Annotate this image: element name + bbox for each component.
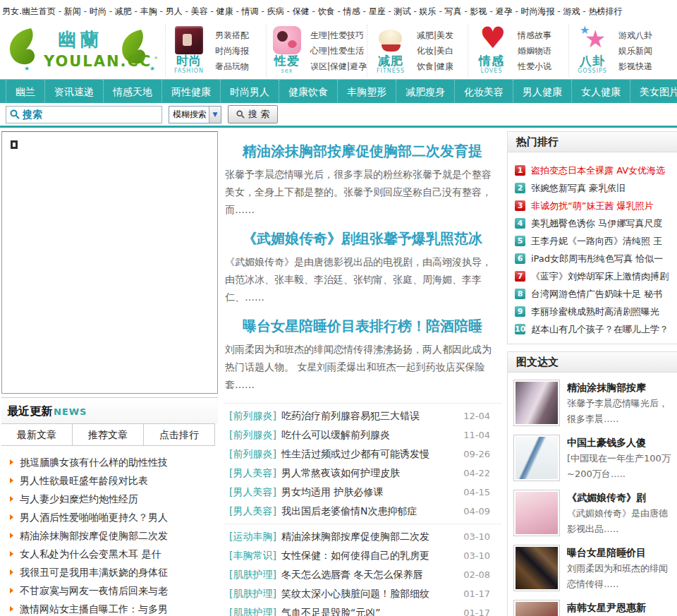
feature-headline-link[interactable]: 《武媚娘传奇》剧组张馨予爆乳照范冰 <box>243 230 482 247</box>
news-tab[interactable]: 点击排行 <box>144 423 215 445</box>
news-item-link[interactable]: 我很丑可是我用丰满妖娆的身体征 <box>20 563 168 581</box>
category-name[interactable]: 减肥 <box>370 54 411 68</box>
top-nav-link[interactable]: 测试 <box>394 6 411 16</box>
main-nav-item[interactable]: 资讯速递 <box>44 80 103 104</box>
pic-title-link[interactable]: 精油涂抹胸部按摩 <box>567 382 646 393</box>
category-link[interactable]: 娱乐新闻 <box>618 46 652 56</box>
article-title-link[interactable]: 吃什么可以缓解前列腺炎 <box>281 425 459 445</box>
article-title-link[interactable]: 我出国后老婆偷情N次患抑郁症 <box>281 502 459 521</box>
category-link[interactable]: 奢品玩物 <box>215 61 249 71</box>
chevron-down-icon[interactable]: ▼ <box>209 107 221 123</box>
article-category-link[interactable]: [男人美容] <box>229 502 276 521</box>
news-item-link[interactable]: 男人性欲最旺盛年龄段对比表 <box>20 471 148 490</box>
news-tab[interactable]: 推荐文章 <box>73 423 144 445</box>
main-nav-item[interactable]: 化妆美容 <box>454 80 513 104</box>
article-category-link[interactable]: [前列腺炎] <box>229 445 276 464</box>
article-title-link[interactable]: 男女均适用 护肤必修课 <box>281 483 459 502</box>
category-link[interactable]: 时尚海报 <box>215 46 249 56</box>
article-title-link[interactable]: 气血不足是毁脸“元凶” <box>281 603 459 616</box>
category-link[interactable]: 生理|性爱技巧 <box>310 30 364 40</box>
category-link[interactable]: 婚姻物语 <box>518 46 551 56</box>
pic-title-link[interactable]: 曝台女星陪睡价目 <box>567 547 646 558</box>
pic-title-link[interactable]: 《武媚娘传奇》剧 <box>567 492 646 503</box>
article-title-link[interactable]: 冬天怎么选唇膏 冬天怎么保养唇 <box>281 565 459 584</box>
top-nav-link[interactable]: 时尚 <box>90 6 106 16</box>
top-nav-link[interactable]: 娱乐 <box>420 6 437 16</box>
top-nav-link[interactable]: 情调 <box>242 6 259 16</box>
main-nav-item[interactable]: 美女图片 <box>630 80 677 104</box>
article-title-link[interactable]: 女性保健：如何使得自己的乳房更 <box>281 546 459 565</box>
article-category-link[interactable]: [男人美容] <box>229 464 276 483</box>
article-category-link[interactable]: [运动丰胸] <box>229 527 276 546</box>
top-nav-link[interactable]: 新闻 <box>64 6 81 16</box>
top-nav-link[interactable]: 男女.幽兰首页 <box>2 6 56 16</box>
news-tab[interactable]: 最新文章 <box>1 423 73 445</box>
feature-headline-link[interactable]: 精油涂抹胸部按摩促使胸部二次发育提 <box>243 143 482 159</box>
top-nav-link[interactable]: 减肥 <box>115 6 132 16</box>
news-item-link[interactable]: 激情网站女主播自曝工作：与多男 <box>20 600 168 616</box>
category-name[interactable]: 情感 <box>471 54 512 68</box>
top-nav-link[interactable]: 避孕 <box>496 6 513 16</box>
top-nav-link[interactable]: 游戏 <box>563 6 580 16</box>
top-nav-link[interactable]: 情感 <box>343 6 360 16</box>
thumbnail[interactable] <box>513 490 560 536</box>
main-nav-item[interactable]: 男人健康 <box>513 80 571 104</box>
main-nav-item[interactable]: 女人健康 <box>571 80 630 104</box>
news-item-link[interactable]: 不甘寂寞与网友一夜情后回来与老 <box>20 581 168 600</box>
makeup-icon[interactable] <box>273 26 301 54</box>
article-title-link[interactable]: 笑纹太深小心胰脏问题！脸部细纹 <box>281 584 459 603</box>
category-link[interactable]: 情感故事 <box>518 30 551 40</box>
article-category-link[interactable]: [前列腺炎] <box>229 406 276 425</box>
category-link[interactable]: 误区|保健|避孕 <box>310 61 367 71</box>
search-input[interactable] <box>23 109 146 120</box>
top-nav-link[interactable]: 健康 <box>216 6 233 16</box>
article-category-link[interactable]: [肌肤护理] <box>229 584 276 603</box>
category-link[interactable]: 影视快递 <box>618 61 652 71</box>
pic-title-link[interactable]: 中国土豪钱多人傻 <box>567 437 646 448</box>
article-category-link[interactable]: [肌肤护理] <box>229 565 276 584</box>
top-nav-link[interactable]: 时尚海报 <box>521 6 555 16</box>
site-logo[interactable]: 幽蘭 YOULAN.CC ★ ★ ★ <box>3 24 165 78</box>
rank-item-link[interactable]: 盗拍变态日本全裸露 AV女优海选 <box>531 164 665 177</box>
top-nav-link[interactable]: 星座 <box>369 6 386 16</box>
article-category-link[interactable]: [肌肤护理] <box>229 603 276 616</box>
category-name[interactable]: 性爱 <box>269 54 305 68</box>
top-nav-link[interactable]: 美容 <box>191 6 208 16</box>
top-nav-link[interactable]: 男人 <box>166 6 183 16</box>
rank-item-link[interactable]: 《蓝宇》刘烨胡军床上激情肉搏剧 <box>531 270 669 283</box>
feature-headline-link[interactable]: 曝台女星陪睡价目表排行榜！陪酒陪睡 <box>243 318 482 334</box>
rank-item-link[interactable]: 美乳翘臀色诱你 马伊娜写真尺度 <box>531 217 662 230</box>
search-mode-select[interactable]: 模糊搜索 ▼ <box>169 106 221 123</box>
article-category-link[interactable]: [男人美容] <box>229 483 276 502</box>
news-item-link[interactable]: 精油涂抹胸部按摩促使胸部二次发 <box>20 526 168 545</box>
main-nav-item[interactable]: 时尚男人 <box>220 80 279 104</box>
top-nav-link[interactable]: 写真 <box>445 6 462 16</box>
category-name[interactable]: 时尚 <box>169 54 209 68</box>
top-nav-link[interactable]: 饮食 <box>318 6 335 16</box>
news-item-link[interactable]: 与人妻少妇糜烂约炮性经历 <box>20 490 138 508</box>
main-nav-item[interactable]: 丰胸塑形 <box>337 80 396 104</box>
rank-item-link[interactable]: 王李丹妮《一路向西》清纯照 王 <box>531 235 662 248</box>
thumbnail[interactable] <box>513 545 560 591</box>
search-button[interactable]: 搜 索 <box>228 105 278 123</box>
article-title-link[interactable]: 精油涂抹胸部按摩促使胸部二次发 <box>281 527 459 546</box>
thumbnail[interactable] <box>513 380 560 426</box>
article-title-link[interactable]: 性生活过频或过少都有可能诱发慢 <box>281 445 459 464</box>
category-link[interactable]: 心理|性爱生活 <box>310 46 364 56</box>
category-link[interactable]: 饮食|健康 <box>417 61 453 71</box>
category-link[interactable]: 性爱小说 <box>518 61 551 71</box>
thumbnail[interactable] <box>513 435 560 481</box>
top-nav-link[interactable]: 影视 <box>470 6 487 16</box>
rank-item-link[interactable]: 赵本山有几个孩子？在哪儿上学？ <box>531 323 669 336</box>
star-icon[interactable] <box>578 26 606 54</box>
main-nav-item[interactable]: 两性健康 <box>161 80 220 104</box>
rank-item-link[interactable]: 李丽珍蜜桃成熟时高清剧照曝光 <box>531 306 659 318</box>
top-nav-link[interactable]: 疾病 <box>267 6 284 16</box>
category-name[interactable]: 八卦 <box>572 54 613 68</box>
cake-icon[interactable] <box>377 26 405 54</box>
thumbnail[interactable] <box>513 600 560 616</box>
pic-title-link[interactable]: 南韩女星尹恩惠新 <box>567 602 646 613</box>
category-link[interactable]: 化妆|美白 <box>417 46 453 56</box>
heart-icon[interactable] <box>477 26 506 54</box>
rank-item-link[interactable]: 非诚勿扰“萌”妹王茜 爆乳照片 <box>531 200 654 212</box>
